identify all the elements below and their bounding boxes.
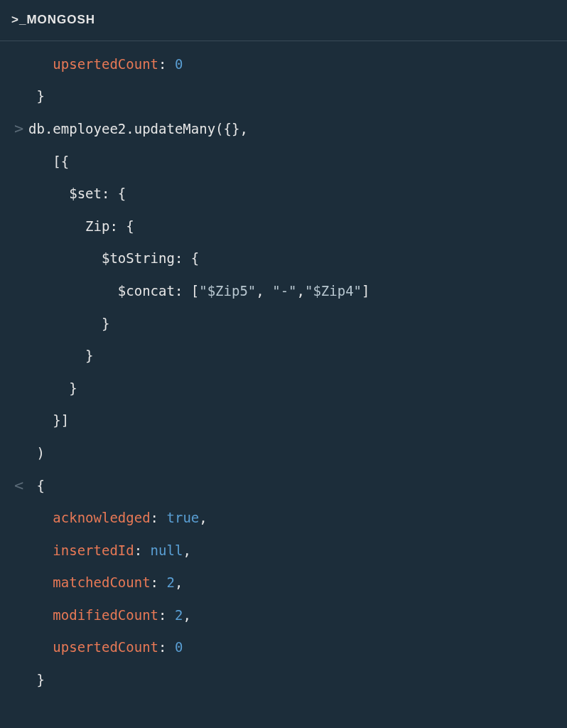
token-punct: , — [256, 283, 272, 299]
terminal-line: $toString: { — [14, 242, 553, 275]
prompt-output-icon: < — [14, 470, 28, 501]
token-plain — [28, 574, 53, 590]
code-content: db.employee2.updateMany({}, — [28, 113, 553, 146]
token-punct: : — [134, 542, 151, 558]
token-punct: } — [28, 348, 94, 363]
terminal-line: < { — [14, 470, 553, 503]
token-punct: { — [28, 478, 45, 493]
code-content: matchedCount: 2, — [28, 567, 553, 599]
token-punct: } — [28, 88, 45, 104]
terminal-line: acknowledged: true, — [14, 502, 553, 535]
token-punct: , — [183, 542, 190, 558]
prompt-input-icon: > — [14, 113, 28, 144]
code-content: [{ — [28, 146, 553, 178]
token-punct: : — [158, 607, 175, 623]
code-content: } — [28, 308, 553, 341]
token-plain: $set: { — [28, 186, 126, 201]
terminal-line: modifiedCount: 2, — [14, 599, 553, 632]
token-key: insertedId — [53, 542, 134, 558]
token-str: "-" — [272, 283, 296, 299]
token-plain: $concat: [ — [28, 283, 199, 299]
code-content: upsertedCount: 0 — [28, 631, 553, 664]
code-content: Zip: { — [28, 210, 553, 243]
token-plain — [28, 607, 53, 623]
terminal-line: ) — [14, 437, 553, 470]
terminal-line: >db.employee2.updateMany({}, — [14, 113, 553, 146]
terminal-line: $concat: ["$Zip5", "-","$Zip4"] — [14, 275, 553, 308]
terminal-line: $set: { — [14, 178, 553, 210]
token-punct: , — [297, 283, 305, 299]
terminal-line: Zip: { — [14, 210, 553, 243]
code-content: { — [28, 470, 553, 503]
code-content: modifiedCount: 2, — [28, 599, 553, 632]
token-punct: , — [175, 574, 183, 590]
terminal-line: } — [14, 340, 553, 373]
code-content: upsertedCount: 0 — [28, 48, 553, 81]
terminal-line: }] — [14, 405, 553, 437]
mongosh-title: >_MONGOSH — [11, 6, 95, 35]
token-punct: ) — [28, 445, 45, 461]
token-punct: } — [28, 672, 45, 687]
token-bool: true — [167, 510, 200, 525]
code-content: $toString: { — [28, 242, 553, 275]
token-key: matchedCount — [53, 574, 150, 590]
code-content: $concat: ["$Zip5", "-","$Zip4"] — [28, 275, 553, 308]
token-key: modifiedCount — [53, 607, 158, 623]
token-plain: Zip: { — [28, 218, 134, 234]
token-plain — [28, 639, 53, 655]
token-plain — [28, 542, 53, 558]
token-punct: } — [28, 380, 77, 396]
token-num: 2 — [167, 574, 175, 590]
token-punct: }] — [28, 412, 69, 428]
token-punct: : — [151, 510, 167, 525]
token-punct: [{ — [28, 154, 69, 169]
mongosh-header[interactable]: >_MONGOSH — [0, 0, 567, 41]
code-content: } — [28, 80, 553, 113]
code-content: } — [28, 340, 553, 373]
token-key: upsertedCount — [53, 639, 158, 655]
code-content: ) — [28, 437, 553, 470]
token-punct: , — [199, 510, 207, 525]
terminal-line: } — [14, 373, 553, 405]
code-content: } — [28, 373, 553, 405]
code-content: } — [28, 664, 553, 697]
token-punct: } — [28, 316, 109, 331]
terminal-line: insertedId: null, — [14, 535, 553, 567]
code-content: acknowledged: true, — [28, 502, 553, 535]
token-plain — [28, 56, 53, 72]
token-null: null — [151, 542, 183, 558]
token-punct: : — [151, 574, 167, 590]
terminal-line: upsertedCount: 0 — [14, 48, 553, 81]
token-num: 2 — [175, 607, 183, 623]
token-punct: : — [158, 56, 175, 72]
terminal-line: } — [14, 80, 553, 113]
terminal-line: matchedCount: 2, — [14, 567, 553, 599]
token-punct: : — [158, 639, 175, 655]
token-key: upsertedCount — [53, 56, 158, 72]
token-cmd: db.employee2.updateMany({}, — [28, 121, 248, 136]
token-str: "$Zip5" — [199, 283, 256, 299]
token-plain — [28, 510, 53, 525]
token-num: 0 — [175, 56, 183, 72]
terminal-line: } — [14, 664, 553, 697]
terminal-line: [{ — [14, 146, 553, 178]
token-str: "$Zip4" — [305, 283, 362, 299]
token-key: acknowledged — [53, 510, 150, 525]
terminal-line: } — [14, 308, 553, 341]
terminal-output[interactable]: upsertedCount: 0 }>db.employee2.updateMa… — [0, 41, 567, 704]
code-content: $set: { — [28, 178, 553, 210]
code-content: }] — [28, 405, 553, 437]
token-num: 0 — [175, 639, 183, 655]
token-plain: $toString: { — [28, 250, 199, 266]
token-punct: , — [183, 607, 190, 623]
terminal-line: upsertedCount: 0 — [14, 631, 553, 664]
code-content: insertedId: null, — [28, 535, 553, 567]
token-punct: ] — [362, 283, 369, 299]
